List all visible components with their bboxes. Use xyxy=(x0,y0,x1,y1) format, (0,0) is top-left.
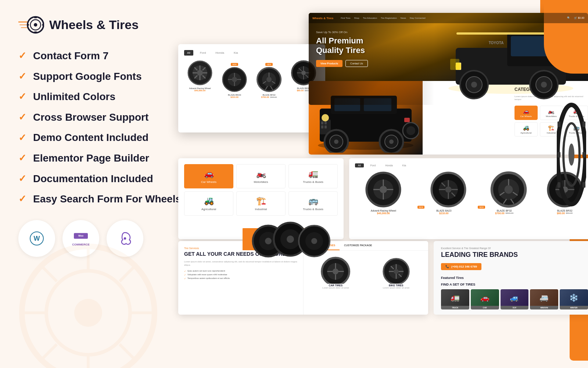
spg-card-1: Advanti Racing Wheel $40,000.00 xyxy=(355,171,412,215)
find-tires-label: Featured Tires xyxy=(441,276,588,280)
svg-point-2 xyxy=(74,299,102,327)
car-type-suv[interactable]: 🚙 SUV xyxy=(501,289,529,309)
car-type-minivan[interactable]: 🚐 MINIVAN xyxy=(530,289,558,309)
tab-ford[interactable]: Ford xyxy=(197,50,209,56)
contact-us-button[interactable]: Contact Us xyxy=(345,60,368,67)
svg-point-1 xyxy=(46,271,130,355)
tire-desc: Lorem ipsum dolor sit amet, consectetur … xyxy=(184,260,297,267)
feature-unlimited-colors: ✓ Unlimited Colors xyxy=(18,91,187,103)
tab-kia[interactable]: Kia xyxy=(231,50,241,56)
feature-elementor: ✓ Elementor Page Builder xyxy=(18,152,187,164)
product-old-price-3: $800.00 xyxy=(270,96,277,98)
svg-point-44 xyxy=(541,82,547,88)
product-price-4: $60.00 xyxy=(297,89,304,92)
svg-point-145 xyxy=(394,269,398,274)
edge-tire-svg xyxy=(557,99,586,210)
svg-point-63 xyxy=(232,77,237,82)
svg-rect-20 xyxy=(42,24,44,26)
product-card-2: NEW BLAZE BR23 $210.00 xyxy=(219,60,250,98)
find-set-label: FIND A SET OF TIRES xyxy=(441,283,588,286)
feature-demo-content: ✓ Demo Content Included xyxy=(18,131,187,144)
second-product-grid: All Ford Honda Kia Advanti Racing Wheel … xyxy=(349,158,588,239)
svg-point-138 xyxy=(333,269,338,275)
svg-point-104 xyxy=(406,126,415,135)
right-panel: Wheels & Tires Find Tires Shop Tire Educ… xyxy=(176,7,588,361)
big-trucks-2-icon: 🚌 xyxy=(292,196,334,206)
view-products-button[interactable]: View Products xyxy=(316,60,343,67)
brands-excellent-label: Excellent Service & The Greatest Range O… xyxy=(441,247,588,250)
svg-point-107 xyxy=(380,186,387,193)
woocommerce-badge: Woo COMMERCE xyxy=(62,220,99,257)
feature-search-form: ✓ Easy Search Form For Wheels xyxy=(18,193,187,205)
svg-line-9 xyxy=(120,264,137,282)
svg-rect-32 xyxy=(582,182,585,188)
spg-tab-all[interactable]: All xyxy=(355,163,364,167)
logo-area: Wheels & Tires xyxy=(18,15,187,35)
premium-tab-2[interactable]: CUSTOMIZE PACKAGE xyxy=(340,241,376,250)
big-cat-motorbikes[interactable]: 🏍️ Motorbikes xyxy=(236,164,286,188)
big-cat-industrial[interactable]: 🏗️ Industrial xyxy=(236,191,286,216)
spg-tire-2 xyxy=(426,171,470,208)
tire-check-3: Temporibus autem quibusdam et aut offici… xyxy=(184,277,297,280)
hero-nav: Wheels & Tires Find Tires Shop Tire Educ… xyxy=(309,13,588,23)
check-icon-8: ✓ xyxy=(18,193,26,205)
svg-rect-93 xyxy=(321,125,323,128)
truck-type-label: TRUCK xyxy=(441,306,469,309)
big-cat-car-wheels[interactable]: 🚗 Car Wheels xyxy=(184,164,233,188)
spg-tab-honda[interactable]: Honda xyxy=(382,163,396,167)
svg-rect-34 xyxy=(582,152,585,158)
svg-rect-30 xyxy=(582,121,585,127)
hero-buttons: View Products Contact Us xyxy=(316,60,581,67)
feature-label-5: Demo Content Included xyxy=(33,131,148,144)
check-icon-2: ✓ xyxy=(18,71,26,82)
new-badge-3: NEW xyxy=(265,63,273,66)
check-icon-4: ✓ xyxy=(18,112,26,123)
multi-tires-area xyxy=(243,221,331,258)
agricultural-icon: 🚜 xyxy=(517,125,535,131)
cat-agricultural[interactable]: 🚜 Agricultural xyxy=(514,122,538,137)
big-cat-trucks-2[interactable]: 🚌 Trucks & Buses xyxy=(288,191,338,216)
product-card-3: NEW BLAZE BF32 $700.00 $800.00 xyxy=(253,60,285,98)
spg-tab-kia[interactable]: Kia xyxy=(399,163,409,167)
car-type-winter[interactable]: ❄️ WINTER xyxy=(560,289,588,309)
tire-image-2 xyxy=(222,67,247,92)
tab-all[interactable]: All xyxy=(184,50,193,56)
svg-point-78 xyxy=(301,71,306,75)
brand-name: Wheels & Tires xyxy=(49,18,139,32)
car-tire-svg xyxy=(317,254,354,284)
spg-card-3: NEW BLAZE BF32 $700.00 $800.00 xyxy=(476,171,533,215)
bike-tires-label: BIKE TIRES xyxy=(368,284,425,287)
car-type-truck[interactable]: 🚛 TRUCK xyxy=(441,289,469,309)
features-list: ✓ Contact Form 7 ✓ Support Google Fonts … xyxy=(18,50,187,205)
woocommerce-icon: Woo xyxy=(74,230,88,241)
redux-badge xyxy=(107,220,143,257)
svg-point-28 xyxy=(569,144,574,166)
tab-honda[interactable]: Honda xyxy=(212,50,227,56)
new-badge-2: NEW xyxy=(231,63,238,66)
left-panel: Wheels & Tires ✓ Contact Form 7 ✓ Suppor… xyxy=(0,0,206,368)
hero-content: Save Up To 30% Off On All Premium Qualit… xyxy=(309,23,588,74)
feature-contact-form: ✓ Contact Form 7 xyxy=(18,50,187,62)
car-type-car[interactable]: 🚗 CAR xyxy=(471,289,499,309)
big-agricultural-icon: 🚜 xyxy=(187,196,230,206)
feature-documentation: ✓ Documentation Included xyxy=(18,173,187,185)
tire-image-3 xyxy=(256,67,282,92)
hero-headline: All Premium Quality Tires xyxy=(316,36,581,56)
feature-label-2: Support Google Fonts xyxy=(33,70,142,83)
car-tires-card: CAR TIRES Lorem ipsum dolor sit amet xyxy=(307,254,364,289)
phone-icon: 📞 xyxy=(445,265,449,268)
big-cat-trucks[interactable]: 🚛 Trucks & Buses xyxy=(288,164,338,188)
svg-rect-94 xyxy=(325,125,327,128)
svg-rect-29 xyxy=(557,121,560,127)
svg-point-70 xyxy=(266,77,272,82)
cat-car-wheels[interactable]: 🚗 Car Wheels xyxy=(514,106,538,120)
svg-rect-91 xyxy=(321,121,323,124)
big-cat-agricultural[interactable]: 🚜 Agricultural xyxy=(184,191,233,216)
spg-tab-ford[interactable]: Ford xyxy=(368,163,379,167)
svg-rect-17 xyxy=(34,17,37,18)
redux-icon xyxy=(118,231,132,246)
check-icon-6: ✓ xyxy=(18,152,26,164)
svg-line-8 xyxy=(120,344,137,362)
svg-point-95 xyxy=(322,114,329,121)
bike-tires-desc: Lorem ipsum dolor sit amet xyxy=(368,287,425,289)
